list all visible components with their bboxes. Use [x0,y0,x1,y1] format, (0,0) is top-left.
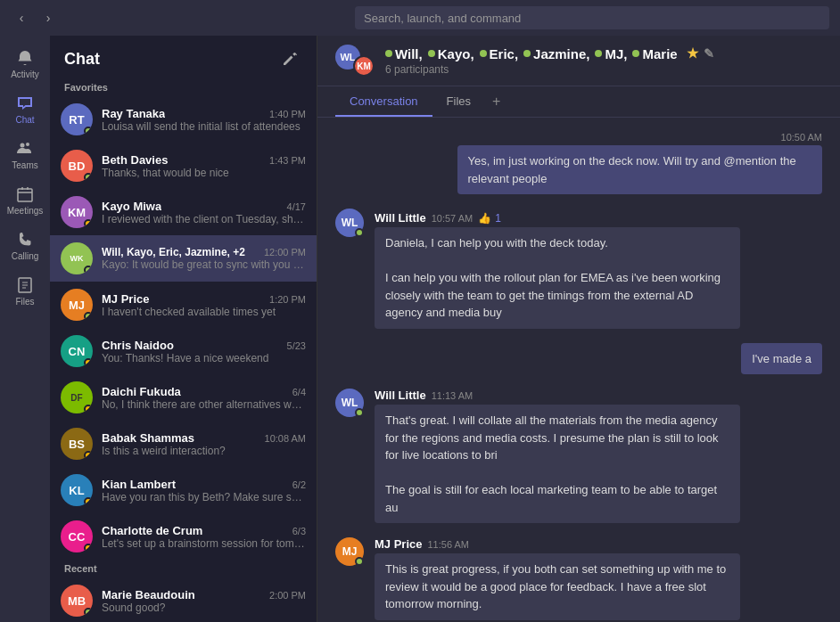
group-avatars: WL KM [335,45,375,77]
participant-eric: Eric, [480,46,519,61]
chat-name: Chris Naidoo [102,339,174,352]
avatar-babak-shammas: BS [61,428,93,460]
sidebar-item-chat[interactable]: Chat [4,88,46,130]
tab-conversation[interactable]: Conversation [335,87,432,117]
chat-item-mj-price[interactable]: MJ MJ Price 1:20 PM I haven't checked av… [50,282,317,328]
chat-item-chris-naidoo[interactable]: CN Chris Naidoo 5/23 You: Thanks! Have a… [50,328,317,374]
like-button[interactable]: 👍 1 [478,212,501,225]
chat-info: Charlotte de Crum 6/3 Let's set up a bra… [102,524,306,550]
message-bubble-own: Yes, im just working on the deck now. Wi… [457,145,823,194]
chat-icon [15,94,35,113]
message-bubble: That's great. I will collate all the mat… [375,405,740,523]
message-avatar-mj: MJ [335,537,364,566]
chat-preview: Let's set up a brainstorm session for to… [102,537,306,550]
chat-main: WL KM Will, Kayo, Eric, Jazmine, MJ, Mar… [317,36,840,622]
message-bubble: This is great progress, if you both can … [375,553,740,620]
chat-item-kian-lambert[interactable]: KL Kian Lambert 6/2 Have you ran this by… [50,467,317,513]
status-dot [84,497,93,506]
chat-tabs: Conversation Files + [317,86,840,118]
chat-time: 6/2 [292,479,306,490]
participant-count: 6 participants [385,63,822,76]
messages-area: 10:50 AM Yes, im just working on the dec… [317,118,840,622]
tab-files[interactable]: Files [432,87,485,117]
chat-item-kayo-miwa[interactable]: KM Kayo Miwa 4/17 I reviewed with the cl… [50,189,317,235]
chat-name: Daichi Fukuda [102,385,181,398]
chat-item-babak-shammas[interactable]: BS Babak Shammas 10:08 AM Is this a weir… [50,421,317,467]
sidebar-item-calling[interactable]: Calling [4,225,46,266]
status-dot [84,219,93,228]
sidebar-item-meetings[interactable]: Meetings [4,179,46,221]
back-button[interactable]: ‹ [11,7,32,29]
chat-time: 6/3 [292,526,306,536]
chat-info: Chris Naidoo 5/23 You: Thanks! Have a ni… [102,339,306,364]
status-dot [84,608,93,617]
chat-name: Kayo Miwa [102,200,161,213]
chat-preview: Sound good? [102,602,306,614]
sidebar-label-calling: Calling [12,251,39,261]
chat-preview: Is this a weird interaction? [102,445,306,457]
chat-name: Kian Lambert [102,478,176,491]
message-time: 11:56 AM [427,539,468,550]
chat-name: Babak Shammas [102,431,194,445]
chat-time: 6/4 [292,387,306,397]
presence-dot [480,50,487,57]
chat-item-marie-beaudouin[interactable]: MB Marie Beaudouin 2:00 PM Sound good? [50,577,317,622]
chat-name: Charlotte de Crum [102,524,202,537]
avatar-group: WK [61,242,93,274]
svg-point-0 [21,143,25,148]
chat-name: Will, Kayo, Eric, Jazmine, +2 [102,246,245,258]
presence-dot [355,228,364,237]
message-avatar-will: WL [335,209,364,237]
message-sender: MJ Price [375,537,422,551]
chat-item-beth-davies[interactable]: BD Beth Davies 1:43 PM Thanks, that woul… [50,143,317,189]
chat-preview: I reviewed with the client on Tuesday, s… [102,213,306,225]
avatar-mj-price: MJ [61,289,93,321]
own-message-2: I've made a [335,343,822,375]
svg-rect-2 [18,189,32,201]
chat-name: Marie Beaudouin [102,588,195,602]
chat-name: Ray Tanaka [102,107,165,120]
chat-time: 5/23 [287,340,306,351]
chat-item-daichi-fukuda[interactable]: DF Daichi Fukuda 6/4 No, I think there a… [50,374,317,421]
message-time: 10:57 AM [432,213,473,224]
sidebar-item-activity[interactable]: Activity [4,43,46,85]
sidebar-label-chat: Chat [15,115,34,125]
search-bar[interactable]: Search, launch, and command [355,6,829,29]
chat-item-charlotte-de-crum[interactable]: CC Charlotte de Crum 6/3 Let's set up a … [50,513,317,560]
chat-time: 1:43 PM [269,155,306,166]
chat-preview: You: Thanks! Have a nice weekend [102,352,306,364]
chat-info: Kian Lambert 6/2 Have you ran this by Be… [102,478,306,503]
main-layout: Activity Chat Teams [0,36,840,622]
chat-preview: Have you ran this by Beth? Make sure she… [102,491,306,503]
nav-arrows: ‹ › [11,7,59,29]
presence-dot [632,50,639,57]
participant-marie: Marie [632,46,677,61]
chat-info: Babak Shammas 10:08 AM Is this a weird i… [102,431,306,457]
message-time: 11:13 AM [432,390,473,401]
recent-section-label: Recent [50,560,317,577]
favorite-star-icon[interactable]: ★ [687,45,698,61]
chat-item-ray-tanaka[interactable]: RT Ray Tanaka 1:40 PM Louisa will send t… [50,96,317,143]
like-count: 1 [495,212,501,225]
message-avatar-will: WL [335,389,364,417]
add-tab-button[interactable]: + [485,86,507,117]
forward-button[interactable]: › [37,7,59,29]
edit-icon[interactable]: ✎ [704,46,714,61]
avatar-kayo-miwa: KM [61,196,93,228]
sidebar-label-meetings: Meetings [7,206,44,216]
participant-will: Will, [385,46,423,61]
chat-item-group-active[interactable]: WK Will, Kayo, Eric, Jazmine, +2 12:00 P… [50,235,317,282]
sidebar-item-files[interactable]: Files [4,270,46,312]
message-content: Will Little 10:57 AM 👍 1 Daniela, I can … [375,209,740,329]
avatar-kian-lambert: KL [61,474,93,506]
chat-info: Will, Kayo, Eric, Jazmine, +2 12:00 PM K… [102,246,306,271]
chat-time: 1:40 PM [269,109,306,119]
compose-button[interactable] [277,46,302,71]
chat-header-info: Will, Kayo, Eric, Jazmine, MJ, Marie ★ ✎… [385,45,822,76]
chat-preview: I haven't checked available times yet [102,306,306,318]
phone-icon [15,230,35,250]
sidebar-icons: Activity Chat Teams [0,36,50,622]
chat-list-title: Chat [64,50,100,69]
sidebar-item-teams[interactable]: Teams [4,134,46,176]
favorites-section-label: Favorites [50,78,317,96]
